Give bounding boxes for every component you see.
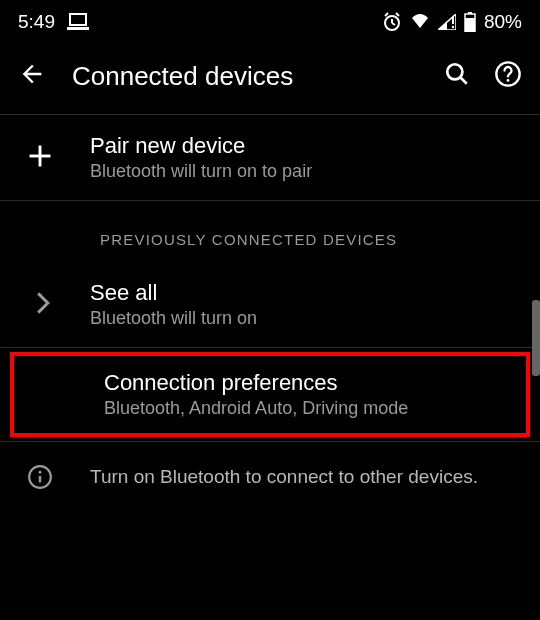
see-all-row[interactable]: See all Bluetooth will turn on bbox=[0, 262, 540, 347]
svg-point-8 bbox=[452, 26, 454, 28]
alarm-icon bbox=[382, 12, 402, 32]
pair-new-device-row[interactable]: Pair new device Bluetooth will turn on t… bbox=[0, 115, 540, 200]
svg-line-6 bbox=[396, 13, 399, 16]
svg-point-15 bbox=[507, 79, 510, 82]
plus-icon bbox=[26, 142, 54, 174]
pair-subtitle: Bluetooth will turn on to pair bbox=[90, 161, 518, 182]
info-icon bbox=[27, 464, 53, 494]
svg-line-13 bbox=[460, 77, 467, 84]
connection-prefs-title: Connection preferences bbox=[104, 370, 514, 396]
svg-rect-1 bbox=[67, 27, 89, 30]
laptop-icon bbox=[67, 13, 89, 31]
svg-rect-11 bbox=[465, 18, 475, 32]
connection-prefs-subtitle: Bluetooth, Android Auto, Driving mode bbox=[104, 398, 514, 419]
battery-percent: 80% bbox=[484, 11, 522, 33]
see-all-subtitle: Bluetooth will turn on bbox=[90, 308, 518, 329]
wifi-icon bbox=[410, 14, 430, 30]
connection-preferences-row[interactable]: Connection preferences Bluetooth, Androi… bbox=[10, 352, 530, 437]
svg-line-4 bbox=[392, 23, 395, 25]
svg-point-19 bbox=[39, 471, 42, 474]
app-header: Connected devices bbox=[0, 44, 540, 114]
svg-line-5 bbox=[385, 13, 388, 16]
info-text: Turn on Bluetooth to connect to other de… bbox=[90, 464, 478, 491]
divider bbox=[0, 347, 540, 348]
battery-icon bbox=[464, 12, 476, 32]
help-icon[interactable] bbox=[494, 60, 522, 92]
status-time: 5:49 bbox=[18, 11, 55, 33]
scrollbar[interactable] bbox=[532, 300, 540, 376]
pair-title: Pair new device bbox=[90, 133, 518, 159]
see-all-title: See all bbox=[90, 280, 518, 306]
search-icon[interactable] bbox=[444, 61, 470, 91]
signal-icon bbox=[438, 14, 456, 30]
svg-point-12 bbox=[447, 64, 462, 79]
status-bar: 5:49 80% bbox=[0, 0, 540, 44]
page-title: Connected devices bbox=[72, 61, 418, 92]
svg-rect-0 bbox=[70, 14, 86, 25]
chevron-right-icon bbox=[35, 291, 51, 319]
bluetooth-info-row: Turn on Bluetooth to connect to other de… bbox=[0, 442, 540, 512]
section-previously-connected: PREVIOUSLY CONNECTED DEVICES bbox=[0, 201, 540, 262]
back-icon[interactable] bbox=[18, 60, 46, 92]
